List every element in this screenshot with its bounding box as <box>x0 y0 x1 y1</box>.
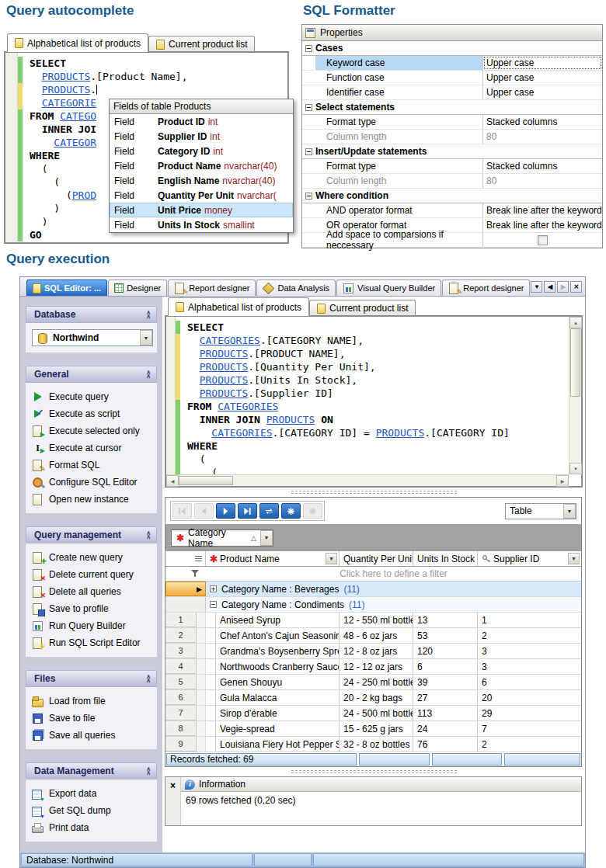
code-line[interactable]: INNER JOIN PRODUCTS ON <box>176 413 581 426</box>
prior-record-button[interactable] <box>194 503 214 519</box>
window-tab-report-designer-2[interactable]: Report designer <box>442 279 530 296</box>
cell-quantity-per-unit[interactable]: 12 - 550 ml bottles <box>340 613 413 627</box>
row-number[interactable]: 5 <box>165 675 197 689</box>
row-number[interactable]: 8 <box>165 721 197 736</box>
window-tab-report-designer-1[interactable]: Report designer <box>168 279 256 296</box>
view-mode-combo[interactable]: Table ▼ <box>505 503 576 519</box>
scroll-tabs-right-button[interactable]: ▶ <box>557 281 569 293</box>
cell-quantity-per-unit[interactable]: 24 - 250 ml bottles <box>340 675 413 689</box>
property-row-keyword-case[interactable]: Keyword caseUpper case <box>302 56 602 71</box>
sidebar-item-format-sql[interactable]: Format SQL <box>30 457 155 474</box>
next-record-button[interactable] <box>216 503 235 519</box>
row-number[interactable]: 4 <box>165 659 197 674</box>
splitter-results-info[interactable] <box>165 767 583 776</box>
scrollbar-thumb[interactable] <box>179 476 233 485</box>
property-row-add-space-to-comparsions-if-neccessary[interactable]: Add space to comparsions if neccessary <box>302 233 602 248</box>
column-header-product-name[interactable]: ✱ Product Name ▼ <box>206 551 340 566</box>
table-row[interactable]: 2Chef Anton's Cajun Seasoning48 - 6 oz j… <box>165 628 581 644</box>
autocomplete-item-quantity-per-unit[interactable]: FieldQuantity Per Unitnvarchar( <box>110 188 293 203</box>
collapse-icon[interactable]: − <box>305 148 312 155</box>
code-line[interactable]: WHERE <box>176 439 581 453</box>
row-number[interactable]: 6 <box>165 690 197 705</box>
group-field-chip[interactable]: ✱ Category Name △ ▼ <box>171 529 273 547</box>
cell-quantity-per-unit[interactable]: 32 - 8 oz bottles <box>340 737 413 752</box>
close-tab-button[interactable]: ✕ <box>570 281 582 293</box>
sidebar-item-configure-sql-editor[interactable]: Configure SQL Editor <box>30 474 155 491</box>
row-number[interactable]: 7 <box>165 706 197 720</box>
sidebar-item-print-data[interactable]: Print data <box>30 819 155 836</box>
sidebar-item-execute-as-script[interactable]: Execute as script <box>30 405 155 422</box>
code-line[interactable]: PRODUCTS.[Supplier ID] <box>176 387 581 400</box>
cell-product-name[interactable]: Aniseed Syrup <box>215 613 340 627</box>
cell-supplier-id[interactable]: 3 <box>478 659 581 674</box>
dropdown-arrow-icon[interactable]: ▼ <box>563 504 576 519</box>
sidebar-group-header-database[interactable]: Database <box>26 306 157 323</box>
cell-supplier-id[interactable]: 1 <box>478 613 581 627</box>
cell-product-name[interactable]: Sirop d'érable <box>215 706 340 720</box>
table-row[interactable]: 1Aniseed Syrup12 - 550 ml bottles131 <box>165 613 581 628</box>
scroll-tabs-left-button[interactable]: ◀ <box>544 281 556 293</box>
code-line[interactable]: PRODUCTS.[Quantity Per Unit], <box>176 360 581 373</box>
collapse-chevron-icon[interactable] <box>146 370 151 379</box>
code-line[interactable]: SELECT <box>18 57 287 70</box>
cell-product-name[interactable]: Gula Malacca <box>215 690 340 705</box>
autocomplete-item-unit-price[interactable]: FieldUnit Pricemoney <box>110 203 293 217</box>
row-number[interactable]: 1 <box>165 613 197 627</box>
cell-product-name[interactable]: Louisiana Fiery Hot Pepper Sauce <box>215 737 340 752</box>
collapse-chevron-icon[interactable] <box>146 311 151 319</box>
collapse-chevron-icon[interactable] <box>146 767 151 776</box>
autocomplete-item-english-name[interactable]: FieldEnglish Namenvarchar(40) <box>110 173 293 188</box>
row-number[interactable]: 2 <box>165 628 197 643</box>
scroll-down-button[interactable]: ▼ <box>569 463 582 474</box>
window-tab-sql-editor[interactable]: SQL Editor: ... <box>26 279 107 296</box>
cell-supplier-id[interactable]: 2 <box>478 737 581 752</box>
filter-row[interactable]: Click here to define a filter <box>165 567 581 582</box>
table-row[interactable]: 8Vegie-spread15 - 625 g jars247 <box>165 721 581 737</box>
cell-product-name[interactable]: Vegie-spread <box>215 721 340 736</box>
table-row[interactable]: 9Louisiana Fiery Hot Pepper Sauce32 - 8 … <box>165 737 581 752</box>
column-header-units-in-stock[interactable]: Units In Stock ▼ <box>413 551 478 566</box>
tab-list-dropdown-button[interactable]: ▼ <box>531 281 542 293</box>
collapse-chevron-icon[interactable] <box>146 531 151 540</box>
code-line[interactable]: SELECT <box>176 321 581 334</box>
autocomplete-item-supplier-id[interactable]: FieldSupplier IDint <box>110 129 293 144</box>
collapse-icon[interactable]: − <box>305 193 312 200</box>
dropdown-arrow-icon[interactable]: ▼ <box>140 330 152 345</box>
cell-units-in-stock[interactable]: 120 <box>413 644 478 658</box>
group-row-condiments[interactable]: − Category Name : Condiments (11) <box>165 597 581 613</box>
property-group-select-statements[interactable]: −Select statements <box>302 100 602 115</box>
column-filter-button[interactable]: ▼ <box>568 553 580 564</box>
cell-units-in-stock[interactable]: 76 <box>413 737 478 752</box>
sidebar-item-export-data[interactable]: Export data <box>30 785 155 802</box>
close-info-button[interactable]: × <box>165 777 181 825</box>
cell-quantity-per-unit[interactable]: 24 - 500 ml bottles <box>340 706 413 720</box>
cell-quantity-per-unit[interactable]: 48 - 6 oz jars <box>340 628 413 643</box>
vertical-scrollbar[interactable]: ▲ ▼ <box>569 317 581 474</box>
autocomplete-item-product-id[interactable]: FieldProduct IDint <box>110 114 293 129</box>
column-filter-button[interactable]: ▼ <box>326 553 337 564</box>
expand-icon[interactable]: + <box>210 585 217 592</box>
cell-supplier-id[interactable]: 29 <box>478 706 581 720</box>
cancel-fetch-button[interactable] <box>303 503 322 519</box>
scroll-left-button[interactable]: ◀ <box>166 475 179 487</box>
cell-units-in-stock[interactable]: 24 <box>413 721 478 736</box>
tab-alphabetical-list-of-products[interactable]: Alphabetical list of products <box>168 297 309 316</box>
row-number[interactable]: 3 <box>165 644 197 658</box>
sidebar-item-execute-at-cursor[interactable]: Execute at cursor <box>30 439 155 457</box>
property-row-column-length[interactable]: Column length80 <box>302 130 602 144</box>
property-group-insert-update-statements[interactable]: −Insert/Update statements <box>302 144 602 159</box>
cell-units-in-stock[interactable]: 113 <box>413 706 478 720</box>
sidebar-item-save-all-queries[interactable]: Save all queries <box>30 727 155 744</box>
cell-units-in-stock[interactable]: 13 <box>413 613 478 627</box>
code-line[interactable]: PRODUCTS. <box>18 83 287 96</box>
collapse-icon[interactable]: − <box>305 104 312 111</box>
autocomplete-item-product-name[interactable]: FieldProduct Namenvarchar(40) <box>110 158 293 173</box>
sidebar-group-header-data-management[interactable]: Data Management <box>26 762 157 779</box>
property-row-function-case[interactable]: Function caseUpper case <box>302 71 602 85</box>
cell-units-in-stock[interactable]: 53 <box>413 628 478 643</box>
scrollbar-thumb[interactable] <box>570 328 580 397</box>
cell-supplier-id[interactable]: 20 <box>478 690 581 705</box>
code-line[interactable]: CATEGORIES.[CATEGORY ID] = PRODUCTS.[CAT… <box>176 426 581 439</box>
table-row[interactable]: 3Grandma's Boysenberry Spread12 - 8 oz j… <box>165 644 581 659</box>
cell-units-in-stock[interactable]: 39 <box>413 675 478 689</box>
